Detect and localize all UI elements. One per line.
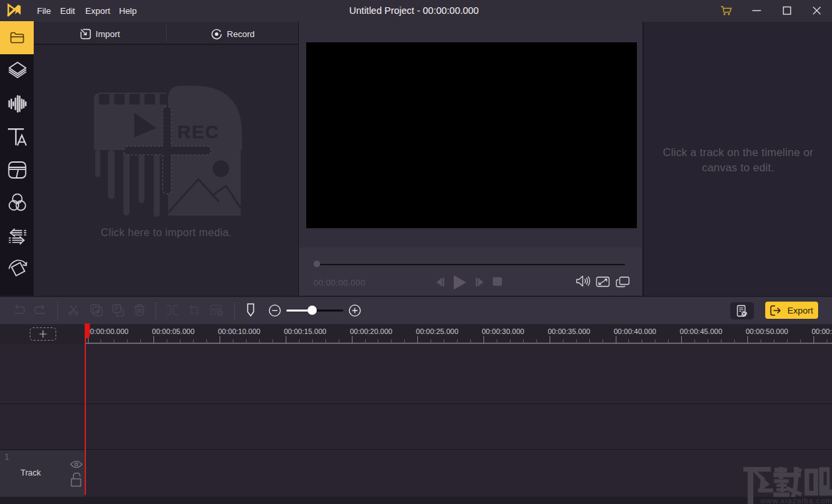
svg-text:www.xiazaiba.com: www.xiazaiba.com <box>760 497 832 504</box>
svg-text:REC: REC <box>177 122 220 142</box>
